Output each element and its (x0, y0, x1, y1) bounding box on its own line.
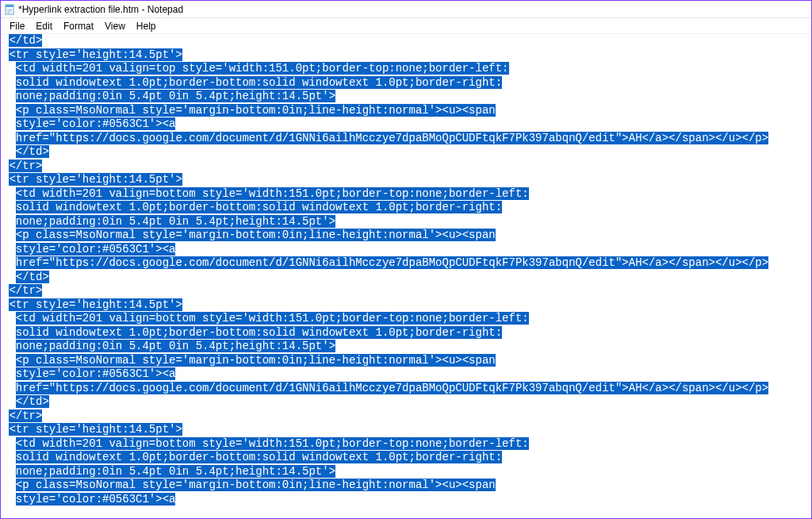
window-title: *Hyperlink extraction file.htm - Notepad (18, 4, 183, 15)
selected-text[interactable]: </tr> (9, 284, 42, 297)
selected-text[interactable]: <tr style='height:14.5pt'> (9, 298, 182, 311)
selected-text[interactable]: </tr> (9, 409, 42, 422)
selected-text[interactable]: style='color:#0563C1'><a (16, 117, 176, 130)
selected-text[interactable]: solid windowtext 1.0pt;border-bottom:sol… (16, 326, 502, 339)
selected-text[interactable]: none;padding:0in 5.4pt 0in 5.4pt;height:… (16, 90, 335, 102)
selected-text[interactable]: <p class=MsoNormal style='margin-bottom:… (16, 354, 496, 367)
menubar: File Edit Format View Help (1, 18, 811, 34)
selected-text[interactable]: <td width=201 valign=bottom style='width… (16, 187, 529, 200)
titlebar: *Hyperlink extraction file.htm - Notepad (1, 1, 811, 18)
menu-view[interactable]: View (99, 19, 131, 33)
selected-text[interactable]: solid windowtext 1.0pt;border-bottom:sol… (16, 201, 502, 213)
menu-edit[interactable]: Edit (30, 19, 58, 33)
menu-format[interactable]: Format (58, 19, 99, 33)
selected-text[interactable]: href="https://docs.google.com/document/d… (16, 256, 768, 269)
selected-text[interactable]: <td width=201 valign=bottom style='width… (16, 437, 529, 450)
selected-text[interactable]: </td> (9, 34, 42, 47)
selected-text[interactable]: solid windowtext 1.0pt;border-bottom:sol… (16, 451, 502, 463)
selected-text[interactable]: <tr style='height:14.5pt'> (9, 48, 182, 61)
notepad-icon (4, 4, 15, 15)
text-editor[interactable]: </td> <tr style='height:14.5pt'> <td wid… (1, 34, 811, 518)
svg-rect-1 (6, 5, 13, 7)
selected-text[interactable]: <tr style='height:14.5pt'> (9, 423, 182, 436)
selected-text[interactable]: none;padding:0in 5.4pt 0in 5.4pt;height:… (16, 465, 335, 478)
selected-text[interactable]: style='color:#0563C1'><a (16, 367, 176, 380)
selected-text[interactable]: none;padding:0in 5.4pt 0in 5.4pt;height:… (16, 340, 335, 352)
selected-text[interactable]: href="https://docs.google.com/document/d… (16, 132, 768, 144)
selected-text[interactable]: solid windowtext 1.0pt;border-bottom:sol… (16, 76, 502, 89)
selected-text[interactable]: <td width=201 valign=top style='width:15… (16, 62, 509, 75)
selected-text[interactable]: </td> (16, 395, 49, 408)
selected-text[interactable]: <td width=201 valign=bottom style='width… (16, 312, 529, 325)
selected-text[interactable]: </tr> (9, 160, 42, 172)
selected-text[interactable]: </td> (16, 145, 49, 158)
selected-text[interactable]: href="https://docs.google.com/document/d… (16, 382, 768, 394)
selected-text[interactable]: <tr style='height:14.5pt'> (9, 173, 182, 186)
selected-text[interactable]: <p class=MsoNormal style='margin-bottom:… (16, 229, 496, 241)
selected-text[interactable]: </td> (16, 271, 49, 283)
selected-text[interactable]: <p class=MsoNormal style='margin-bottom:… (16, 479, 496, 491)
selected-text[interactable]: style='color:#0563C1'><a (16, 243, 176, 256)
menu-file[interactable]: File (4, 19, 30, 33)
selected-text[interactable]: none;padding:0in 5.4pt 0in 5.4pt;height:… (16, 215, 335, 228)
selected-text[interactable]: style='color:#0563C1'><a (16, 493, 176, 506)
selected-text[interactable]: <p class=MsoNormal style='margin-bottom:… (16, 104, 496, 117)
menu-help[interactable]: Help (131, 19, 162, 33)
